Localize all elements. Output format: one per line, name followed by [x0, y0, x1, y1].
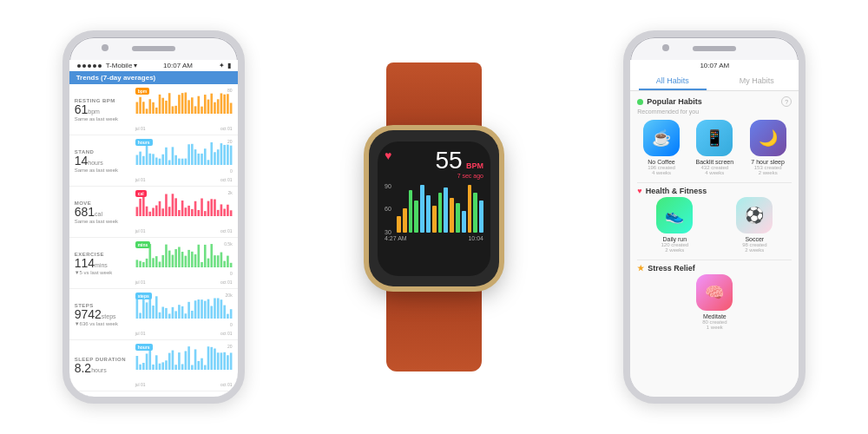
date-end: oct 01: [220, 331, 233, 336]
svg-rect-45: [184, 159, 187, 165]
svg-rect-136: [187, 302, 190, 319]
date-start: jul 01: [135, 177, 146, 182]
svg-rect-74: [181, 201, 183, 216]
habit-icon: 🌙: [750, 120, 786, 156]
svg-rect-7: [158, 95, 161, 114]
svg-rect-5: [152, 102, 155, 114]
chart-tag: hours: [135, 344, 153, 351]
svg-rect-4: [148, 99, 151, 114]
svg-rect-154: [148, 350, 151, 370]
status-bar-left: T-Mobile ▾ 10:07 AM ✦ ▮: [69, 60, 238, 71]
habit-duration: 1 week: [707, 325, 723, 330]
svg-rect-67: [158, 201, 161, 216]
svg-rect-49: [197, 154, 200, 165]
tab-my-habits[interactable]: My Habits: [714, 71, 799, 90]
svg-rect-20: [201, 107, 203, 114]
svg-rect-129: [165, 308, 168, 319]
bpm-ago: 7 sec ago: [435, 173, 483, 179]
heart-section-icon: ♥: [637, 187, 641, 195]
habit-item[interactable]: 👟 Daily run 120 created 2 weeks: [637, 197, 712, 253]
habit-item[interactable]: 📱 Backlit screen 432 created 4 weeks: [691, 120, 739, 175]
wifi-icon: ▾: [134, 62, 137, 69]
watch-bar: [403, 208, 407, 233]
time-right: 10:07 AM: [700, 62, 729, 69]
svg-rect-50: [201, 154, 203, 165]
date-end: oct 01: [220, 177, 233, 182]
svg-rect-169: [197, 361, 200, 370]
svg-rect-14: [181, 93, 183, 114]
question-icon[interactable]: ?: [781, 96, 792, 107]
chart-tag: bpm: [135, 88, 150, 95]
svg-rect-65: [152, 208, 155, 216]
svg-rect-76: [187, 206, 190, 216]
health-metrics: RESTING BPM 61bpm Same as last week bpmj…: [69, 84, 238, 397]
svg-rect-138: [194, 300, 196, 319]
svg-rect-128: [161, 306, 164, 319]
svg-rect-139: [197, 299, 200, 319]
svg-rect-163: [178, 352, 181, 370]
svg-rect-30: [135, 155, 138, 165]
habit-item[interactable]: ☕ No Coffee 196 created 4 weeks: [637, 120, 685, 175]
svg-rect-132: [174, 311, 177, 319]
svg-rect-16: [187, 100, 190, 114]
svg-rect-97: [158, 262, 161, 267]
svg-rect-126: [155, 296, 158, 319]
svg-rect-73: [178, 210, 181, 216]
svg-rect-170: [201, 358, 203, 370]
habit-item[interactable]: 🌙 7 hour sleep 153 created 2 weeks: [744, 120, 792, 175]
health-row: STEPS 9742steps ▼636 vs last week stepsj…: [69, 289, 238, 340]
svg-rect-168: [194, 349, 196, 370]
svg-rect-1: [139, 97, 141, 114]
habit-item[interactable]: 🧠 Meditate 80 created 1 week: [637, 274, 792, 330]
watch-bar: [426, 195, 431, 233]
svg-rect-164: [181, 364, 183, 370]
habit-duration: 4 weeks: [652, 170, 671, 175]
svg-rect-156: [155, 355, 158, 370]
svg-rect-41: [171, 147, 174, 165]
habits-grid: ☕ No Coffee 196 created 4 weeks 📱 Backli…: [637, 120, 792, 175]
svg-rect-44: [181, 159, 183, 165]
svg-rect-15: [184, 93, 187, 114]
section-subtitle: Recommended for you: [637, 108, 792, 115]
svg-rect-171: [204, 365, 207, 370]
watch-time-row: ♥ 55 BPM 7 sec ago: [385, 148, 483, 181]
heart-icon: ♥: [385, 148, 391, 162]
tab-all-habits[interactable]: All Habits: [630, 71, 714, 90]
svg-rect-38: [161, 155, 164, 165]
chart-tag: steps: [135, 293, 152, 299]
watch-bar: [444, 187, 448, 233]
svg-rect-135: [184, 313, 187, 319]
health-row: STAND 14hours Same as last week hoursjul…: [69, 135, 238, 187]
metric-value: 14hours: [75, 155, 135, 167]
svg-rect-107: [191, 252, 194, 267]
watch-strap-top: [386, 62, 482, 132]
health-header: Trends (7-day averages): [69, 71, 238, 84]
habits-grid: 👟 Daily run 120 created 2 weeks ⚽ Soccer…: [637, 197, 792, 253]
svg-rect-10: [168, 93, 171, 114]
date-start: jul 01: [135, 279, 146, 285]
svg-rect-71: [171, 194, 174, 216]
svg-rect-106: [187, 250, 190, 267]
metric-sub: ▼636 vs last week: [75, 321, 135, 326]
svg-rect-109: [197, 245, 200, 267]
svg-rect-51: [204, 148, 207, 165]
watch-time-left: 4:27 AM: [385, 235, 407, 241]
svg-rect-6: [155, 108, 158, 114]
section-divider: [637, 182, 792, 183]
habit-item[interactable]: ⚽ Soccer 98 created 2 weeks: [717, 197, 792, 253]
habits-content: Popular Habits ? Recommended for you ☕ N…: [630, 91, 799, 397]
svg-rect-36: [155, 157, 158, 165]
svg-rect-123: [145, 302, 148, 319]
right-phone: 10:07 AM All Habits My Habits Popular Ha…: [623, 30, 806, 404]
svg-rect-95: [152, 258, 155, 267]
watch-bar: [473, 193, 477, 233]
svg-rect-99: [165, 245, 168, 267]
svg-rect-24: [214, 102, 216, 114]
svg-rect-80: [201, 199, 203, 216]
svg-rect-54: [214, 152, 216, 165]
habit-duration: 2 weeks: [745, 247, 764, 253]
metric-sub: Same as last week: [75, 168, 135, 173]
svg-rect-113: [210, 244, 213, 267]
watch-bar: [450, 198, 454, 233]
battery-icon: ▮: [227, 62, 231, 69]
